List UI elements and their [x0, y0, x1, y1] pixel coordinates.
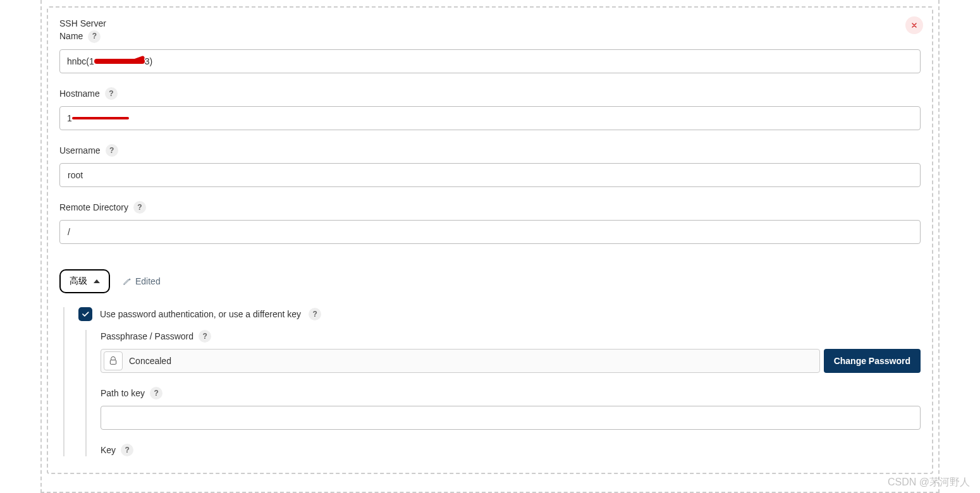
help-icon[interactable]: ? [106, 144, 118, 157]
username-label: Username [59, 145, 101, 155]
path-to-key-input[interactable] [101, 406, 921, 430]
help-icon[interactable]: ? [105, 87, 118, 100]
ssh-server-name-prefix: hnbc(1 [67, 56, 94, 66]
passphrase-label: Passphrase / Password [101, 331, 193, 341]
help-icon[interactable]: ? [309, 308, 321, 320]
hostname-prefix: 1 [67, 113, 72, 123]
svg-rect-0 [110, 360, 116, 364]
chevron-up-icon [94, 279, 100, 283]
remote-directory-label: Remote Directory [59, 202, 128, 212]
help-icon[interactable]: ? [150, 387, 162, 399]
ssh-server-label-line2: Name [59, 30, 83, 43]
advanced-label: 高级 [70, 276, 87, 287]
help-icon[interactable]: ? [121, 444, 133, 456]
hostname-label: Hostname [59, 88, 100, 99]
ssh-server-label-line1: SSH Server [59, 18, 106, 30]
help-icon[interactable]: ? [133, 201, 146, 214]
help-icon[interactable]: ? [88, 30, 101, 43]
key-label: Key [101, 445, 116, 455]
use-password-auth-label: Use password authentication, or use a di… [100, 309, 301, 319]
lock-icon [104, 351, 123, 370]
remote-directory-input[interactable] [59, 220, 921, 244]
ssh-server-name-suffix: 3) [145, 56, 152, 66]
remove-server-button[interactable] [905, 16, 923, 34]
username-input[interactable] [59, 163, 921, 187]
pencil-icon [123, 277, 132, 286]
use-password-auth-checkbox[interactable] [78, 307, 92, 321]
ssh-server-name-input[interactable] [59, 49, 921, 73]
advanced-toggle-button[interactable]: 高级 [59, 269, 110, 293]
path-to-key-label: Path to key [101, 388, 145, 398]
edited-indicator: Edited [123, 276, 161, 286]
concealed-text: Concealed [129, 356, 171, 366]
hostname-input[interactable] [59, 106, 921, 130]
concealed-password-box: Concealed [101, 349, 820, 373]
help-icon[interactable]: ? [199, 330, 211, 343]
change-password-button[interactable]: Change Password [824, 349, 921, 373]
